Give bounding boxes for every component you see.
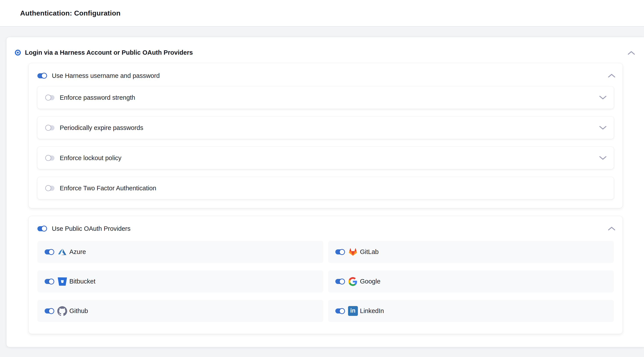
row-enforce-lockout-policy: Enforce lockout policy bbox=[38, 147, 614, 169]
toggle-knob bbox=[339, 249, 345, 255]
public-oauth-providers-card: Use Public OAuth Providers Azure bbox=[29, 216, 622, 334]
toggle-knob bbox=[48, 249, 54, 255]
harness-toggle-label: Use Harness username and password bbox=[52, 72, 160, 80]
toggle-knob bbox=[48, 308, 54, 314]
provider-row-github: Github bbox=[38, 300, 323, 322]
linkedin-icon: in bbox=[348, 306, 358, 316]
bitbucket-icon bbox=[57, 276, 67, 286]
harness-card-header: Use Harness username and password bbox=[38, 71, 614, 81]
provider-name: Google bbox=[360, 278, 380, 285]
radio-login-harness-oauth[interactable] bbox=[15, 50, 21, 56]
toggle-use-harness-username-password[interactable] bbox=[38, 73, 46, 78]
row-label: Enforce Two Factor Authentication bbox=[60, 184, 156, 192]
toggle-azure[interactable] bbox=[44, 250, 54, 254]
toggle-knob bbox=[45, 95, 51, 100]
collapse-section-chevron-up-icon[interactable] bbox=[628, 51, 635, 55]
toggle-knob bbox=[45, 125, 51, 131]
toggle-github[interactable] bbox=[44, 308, 54, 314]
page-title: Authentication: Configuration bbox=[20, 9, 120, 17]
google-icon bbox=[348, 276, 358, 286]
provider-row-gitlab: GitLab bbox=[328, 241, 614, 263]
login-section-title: Login via a Harness Account or Public OA… bbox=[25, 49, 193, 56]
toggle-knob bbox=[45, 155, 51, 161]
row-enforce-password-strength: Enforce password strength bbox=[38, 86, 614, 109]
row-label: Enforce password strength bbox=[60, 94, 135, 101]
auth-mechanisms-card: Login via a Harness Account or Public OA… bbox=[6, 37, 644, 347]
toggle-enforce-password-strength[interactable] bbox=[46, 95, 54, 100]
toggle-enforce-two-factor-authentication[interactable] bbox=[46, 186, 54, 191]
toggle-knob bbox=[45, 185, 51, 191]
toggle-knob bbox=[41, 226, 47, 232]
toggle-knob bbox=[41, 73, 47, 79]
collapse-oauth-chevron-up-icon[interactable] bbox=[608, 226, 616, 231]
toggle-knob bbox=[48, 278, 54, 284]
collapse-harness-chevron-up-icon[interactable] bbox=[608, 74, 616, 78]
expand-chevron-down-icon[interactable] bbox=[599, 96, 607, 100]
gitlab-icon bbox=[348, 247, 358, 257]
toggle-knob bbox=[339, 278, 345, 284]
row-periodically-expire-passwords: Periodically expire passwords bbox=[38, 116, 614, 139]
oauth-card-header: Use Public OAuth Providers bbox=[38, 224, 614, 234]
provider-row-linkedin: in LinkedIn bbox=[328, 300, 614, 322]
toggle-periodically-expire-passwords[interactable] bbox=[46, 125, 54, 130]
toggle-knob bbox=[339, 308, 345, 314]
password-settings-list: Enforce password strength Periodically e… bbox=[38, 86, 614, 199]
toggle-linkedin[interactable] bbox=[335, 308, 344, 314]
harness-username-password-card: Use Harness username and password Enforc… bbox=[29, 63, 622, 208]
toggle-use-public-oauth-providers[interactable] bbox=[38, 226, 46, 231]
row-label: Enforce lockout policy bbox=[60, 154, 122, 162]
login-section-header: Login via a Harness Account or Public OA… bbox=[6, 37, 644, 56]
provider-name: LinkedIn bbox=[360, 307, 384, 314]
toggle-gitlab[interactable] bbox=[335, 250, 344, 254]
github-icon bbox=[57, 306, 67, 316]
expand-chevron-down-icon[interactable] bbox=[599, 156, 607, 160]
provider-name: Bitbucket bbox=[69, 278, 96, 285]
provider-name: Azure bbox=[69, 248, 86, 256]
toggle-bitbucket[interactable] bbox=[44, 279, 54, 284]
oauth-toggle-label: Use Public OAuth Providers bbox=[52, 225, 130, 232]
page-header: Authentication: Configuration bbox=[0, 0, 644, 27]
expand-chevron-down-icon[interactable] bbox=[599, 126, 607, 130]
provider-name: Github bbox=[69, 307, 88, 314]
content-area: Login via a Harness Account or Public OA… bbox=[0, 27, 644, 356]
provider-row-google: Google bbox=[328, 270, 614, 292]
row-enforce-two-factor-authentication: Enforce Two Factor Authentication bbox=[38, 177, 614, 199]
toggle-enforce-lockout-policy[interactable] bbox=[46, 156, 54, 160]
azure-icon bbox=[57, 247, 67, 257]
provider-row-azure: Azure bbox=[38, 241, 323, 263]
row-label: Periodically expire passwords bbox=[60, 124, 143, 132]
toggle-google[interactable] bbox=[335, 279, 344, 284]
oauth-provider-grid: Azure G bbox=[38, 241, 614, 322]
provider-name: GitLab bbox=[360, 248, 379, 256]
provider-row-bitbucket: Bitbucket bbox=[38, 270, 323, 292]
